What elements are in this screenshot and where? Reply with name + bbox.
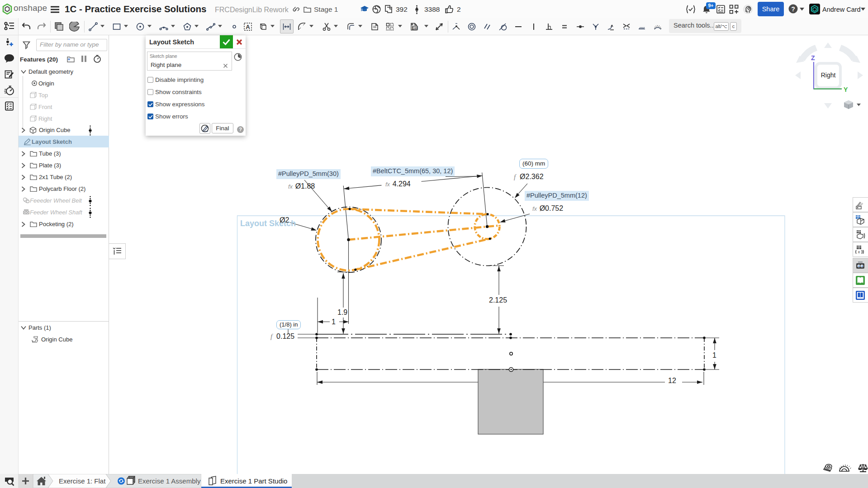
svg-text:Exercise 1: Flat: Exercise 1: Flat [59,477,106,485]
svg-text:x: x [858,249,860,254]
svg-text:Z: Z [811,54,815,62]
svg-text:?: ? [791,5,795,13]
svg-text:DXF: DXF [412,27,418,30]
svg-text:Exercise 1 Assembly: Exercise 1 Assembly [138,477,201,485]
svg-text:Right: Right [821,71,836,79]
svg-text:Y: Y [844,86,848,93]
svg-text:Exercise 1 Part Studio: Exercise 1 Part Studio [220,477,287,485]
svg-text:A: A [246,24,250,30]
